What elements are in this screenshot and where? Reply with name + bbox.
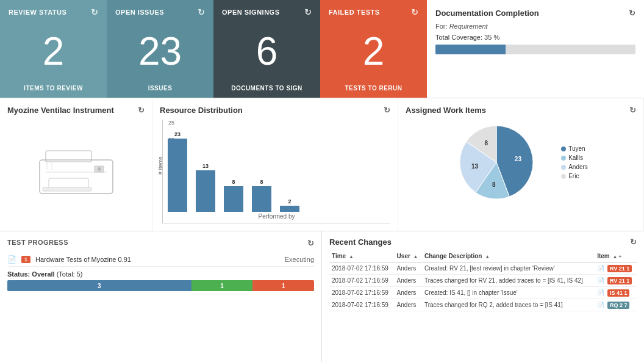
card-subtitle-signings: DOCUMENTS TO SIGN [222,85,312,92]
changes-col-change-description[interactable]: Change Description ▲ [422,250,595,262]
test-status: Executing [285,256,314,263]
card-refresh-failed[interactable]: ↻ [411,7,419,17]
change-description: Traces changed for RV 21, added traces t… [422,275,595,287]
legend-label: Eric [568,173,579,179]
bar-wrapper: 13 [196,120,215,212]
doc-icon: 📄 [597,289,604,296]
test-progress-refresh[interactable]: ↻ [307,239,315,248]
bar-value: 8 [232,179,235,185]
change-time: 2018-07-02 17:16:59 [329,275,395,287]
card-subtitle-failed: TESTS TO RERUN [329,85,418,92]
pie-refresh[interactable]: ↻ [629,106,636,115]
changes-col-item[interactable]: Item ▲ + [595,250,637,262]
stat-card-review: REVIEW STATUS ↻ 2 ITEMS TO REVIEW [0,0,107,98]
legend-item-eric: Eric [561,173,588,179]
status-label: Status: Overall (Total: 5) [7,270,314,278]
legend-item-anders: Anders [561,164,588,170]
pie-label-anders: 13 [471,163,479,170]
doc-completion-progress-bar [435,45,635,54]
bar [252,186,271,212]
stat-card-issues: OPEN ISSUES ↻ 23 ISSUES [107,0,213,98]
change-item: 📄 RV 21 1 [595,262,637,275]
test-row: 📄 1 Hardware Tests of Myozine 0.91 Execu… [7,253,314,267]
progress-segment-prog-green: 1 [191,280,253,291]
doc-icon: 📄 [7,255,16,264]
card-title-review: REVIEW STATUS ↻ [9,7,98,17]
change-item: 📄 RQ 2 7 [595,299,637,311]
bar-value: 2 [288,198,291,205]
doc-icon: 📄 [597,265,604,272]
stat-card-signings: OPEN SIGNINGS ↻ 6 DOCUMENTS TO SIGN [213,0,320,98]
card-number-failed: 2 [329,17,418,85]
stat-card-failed: FAILED TESTS ↻ 2 TESTS TO RERUN [320,0,427,98]
bar [196,170,215,212]
change-time: 2018-07-02 17:16:59 [329,299,395,311]
sort-icon: ▲ [349,254,354,259]
table-row: 2018-07-02 17:16:59 Anders Traces change… [329,275,637,287]
change-user: Anders [395,275,422,287]
doc-completion-title: Documentation Completion [435,9,539,18]
card-number-review: 2 [9,17,98,85]
legend-item-kallis: Kallis [561,154,588,161]
changes-body: 2018-07-02 17:16:59 Anders Created: RV 2… [329,262,637,311]
change-user: Anders [395,287,422,299]
changes-table: Time ▲User ▲Change Description ▲Item ▲ +… [329,250,637,311]
svg-point-5 [98,167,101,171]
assigned-work-panel: Assigned Work Items ↻ 238138 TuyenKallis… [398,98,644,231]
card-refresh-review[interactable]: ↻ [91,7,99,17]
card-title-failed: FAILED TESTS ↻ [329,7,418,17]
item-badge: RV 21 1 [607,265,632,272]
product-panel: Myozine Ventilac Instrument ↻ [0,98,152,231]
product-refresh[interactable]: ↻ [138,106,145,115]
card-subtitle-issues: ISSUES [115,85,205,92]
change-description: Created: RV 21, [test review] in chapter… [422,262,595,275]
pie-title: Assigned Work Items [406,106,486,115]
change-time: 2018-07-02 17:16:59 [329,262,395,275]
test-badge: 1 [21,256,30,263]
chart-y-label: # Items [157,156,163,175]
change-user: Anders [395,262,422,275]
recent-changes-title: Recent Changes [329,237,392,247]
bar-value: 8 [260,179,263,185]
chart-x-label: Performed by [163,213,390,220]
test-name: Hardware Tests of Myozine 0.91 [35,256,280,263]
chart-refresh[interactable]: ↻ [384,106,390,115]
change-description: Traces changed for RQ 2, added traces to… [422,299,595,311]
legend-item-tuyen: Tuyen [561,145,588,152]
changes-header: Time ▲User ▲Change Description ▲Item ▲ + [329,250,637,262]
doc-completion-for: For: Requirement [435,23,635,30]
test-progress-panel: TEST PROGRESS ↻ 📄 1 Hardware Tests of My… [0,231,322,362]
chart-title: Resource Distribution [160,106,243,115]
legend-dot [561,165,566,170]
item-badge: IS 41 1 [607,289,630,297]
legend-label: Kallis [568,154,583,161]
legend-label: Anders [568,164,588,170]
table-row: 2018-07-02 17:16:59 Anders Created: RV 2… [329,262,637,275]
test-progress-bar: 311 [7,280,314,291]
changes-col-user[interactable]: User ▲ [395,250,422,262]
changes-col-time[interactable]: Time ▲ [329,250,395,262]
pie-label-eric: 8 [485,140,488,147]
table-row: 2018-07-02 17:16:59 Anders Traces change… [329,299,637,311]
bar-wrapper: 8 [252,120,271,212]
card-number-issues: 23 [115,17,205,85]
bar-wrapper: 23 [168,120,187,212]
change-time: 2018-07-02 17:16:59 [329,287,395,299]
pie-label-kallis: 8 [492,181,496,188]
sort-icon: ▲ [413,254,418,259]
item-badge: RQ 2 7 [607,302,630,309]
doc-completion-refresh[interactable]: ↻ [629,9,635,18]
resource-chart-panel: Resource Distribution ↻ 25 20 15 10 5 0 … [152,98,398,231]
recent-changes-refresh[interactable]: ↻ [630,237,637,247]
doc-completion-panel: Documentation Completion ↻ For: Requirem… [427,0,644,98]
test-progress-title: TEST PROGRESS [7,239,68,248]
svg-rect-6 [43,187,91,191]
card-refresh-issues[interactable]: ↻ [198,7,206,17]
recent-changes-panel: Recent Changes ↻ Time ▲User ▲Change Desc… [322,231,644,362]
bar [168,139,187,212]
bar [224,186,243,212]
pie-label-tuyen: 23 [515,156,522,162]
card-refresh-signings[interactable]: ↻ [304,7,312,17]
bar-wrapper: 8 [224,120,243,212]
doc-completion-fill [435,45,506,54]
